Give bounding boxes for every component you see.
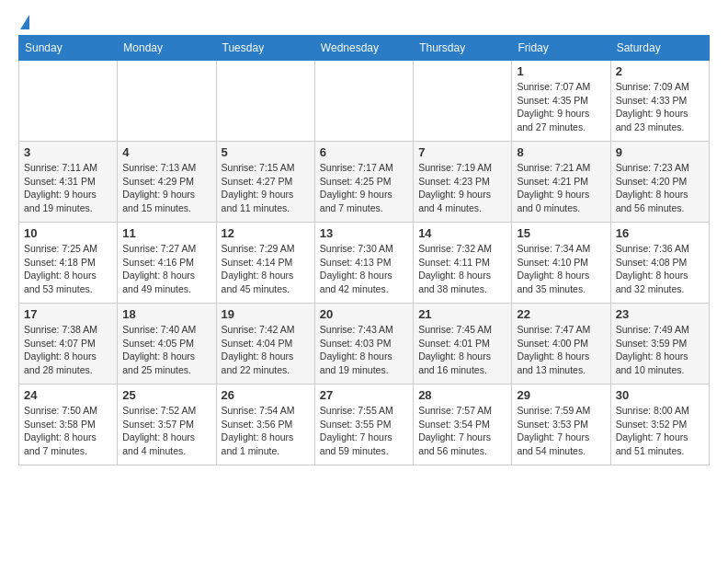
day-info: Sunrise: 7:34 AM Sunset: 4:10 PM Dayligh… bbox=[517, 242, 605, 296]
day-number: 27 bbox=[320, 388, 408, 402]
day-number: 10 bbox=[24, 226, 112, 240]
day-number: 15 bbox=[517, 226, 605, 240]
day-number: 20 bbox=[320, 307, 408, 321]
day-number: 21 bbox=[418, 307, 506, 321]
day-info: Sunrise: 7:32 AM Sunset: 4:11 PM Dayligh… bbox=[418, 242, 506, 296]
calendar-cell: 3Sunrise: 7:11 AM Sunset: 4:31 PM Daylig… bbox=[19, 142, 118, 223]
col-header-saturday: Saturday bbox=[610, 36, 709, 61]
calendar-cell: 15Sunrise: 7:34 AM Sunset: 4:10 PM Dayli… bbox=[512, 223, 610, 304]
calendar-cell: 13Sunrise: 7:30 AM Sunset: 4:13 PM Dayli… bbox=[314, 223, 413, 304]
calendar-cell: 4Sunrise: 7:13 AM Sunset: 4:29 PM Daylig… bbox=[118, 142, 216, 223]
day-number: 7 bbox=[418, 145, 506, 159]
calendar-table: SundayMondayTuesdayWednesdayThursdayFrid… bbox=[18, 35, 710, 465]
calendar-cell: 18Sunrise: 7:40 AM Sunset: 4:05 PM Dayli… bbox=[118, 304, 216, 385]
calendar-cell: 25Sunrise: 7:52 AM Sunset: 3:57 PM Dayli… bbox=[118, 385, 216, 465]
day-number: 9 bbox=[616, 145, 704, 159]
day-number: 25 bbox=[122, 388, 210, 402]
calendar-cell bbox=[19, 61, 118, 142]
calendar-week-row: 17Sunrise: 7:38 AM Sunset: 4:07 PM Dayli… bbox=[19, 304, 710, 385]
day-info: Sunrise: 7:38 AM Sunset: 4:07 PM Dayligh… bbox=[24, 323, 112, 377]
calendar-cell bbox=[314, 61, 413, 142]
calendar-cell: 10Sunrise: 7:25 AM Sunset: 4:18 PM Dayli… bbox=[19, 223, 118, 304]
day-info: Sunrise: 7:23 AM Sunset: 4:20 PM Dayligh… bbox=[616, 161, 704, 215]
calendar-cell: 16Sunrise: 7:36 AM Sunset: 4:08 PM Dayli… bbox=[610, 223, 709, 304]
day-info: Sunrise: 7:49 AM Sunset: 3:59 PM Dayligh… bbox=[616, 323, 704, 377]
day-number: 29 bbox=[517, 388, 605, 402]
day-info: Sunrise: 7:55 AM Sunset: 3:55 PM Dayligh… bbox=[320, 404, 408, 458]
col-header-wednesday: Wednesday bbox=[314, 36, 413, 61]
day-number: 5 bbox=[222, 145, 310, 159]
day-number: 22 bbox=[517, 307, 605, 321]
day-number: 8 bbox=[517, 145, 605, 159]
logo bbox=[18, 18, 29, 28]
col-header-friday: Friday bbox=[512, 36, 610, 61]
day-number: 30 bbox=[616, 388, 704, 402]
day-info: Sunrise: 7:45 AM Sunset: 4:01 PM Dayligh… bbox=[418, 323, 506, 377]
day-info: Sunrise: 7:11 AM Sunset: 4:31 PM Dayligh… bbox=[24, 161, 112, 215]
calendar-cell: 22Sunrise: 7:47 AM Sunset: 4:00 PM Dayli… bbox=[512, 304, 610, 385]
calendar-cell: 9Sunrise: 7:23 AM Sunset: 4:20 PM Daylig… bbox=[610, 142, 709, 223]
day-info: Sunrise: 7:09 AM Sunset: 4:33 PM Dayligh… bbox=[616, 80, 704, 134]
calendar-week-row: 1Sunrise: 7:07 AM Sunset: 4:35 PM Daylig… bbox=[19, 61, 710, 142]
col-header-sunday: Sunday bbox=[19, 36, 118, 61]
calendar-cell: 1Sunrise: 7:07 AM Sunset: 4:35 PM Daylig… bbox=[512, 61, 610, 142]
day-number: 6 bbox=[320, 145, 408, 159]
calendar-cell: 17Sunrise: 7:38 AM Sunset: 4:07 PM Dayli… bbox=[19, 304, 118, 385]
page-header bbox=[18, 15, 710, 28]
day-number: 16 bbox=[616, 226, 704, 240]
day-info: Sunrise: 7:30 AM Sunset: 4:13 PM Dayligh… bbox=[320, 242, 408, 296]
calendar-cell: 8Sunrise: 7:21 AM Sunset: 4:21 PM Daylig… bbox=[512, 142, 610, 223]
day-info: Sunrise: 7:07 AM Sunset: 4:35 PM Dayligh… bbox=[517, 80, 605, 134]
calendar-cell: 21Sunrise: 7:45 AM Sunset: 4:01 PM Dayli… bbox=[414, 304, 512, 385]
day-number: 11 bbox=[122, 226, 210, 240]
day-info: Sunrise: 7:17 AM Sunset: 4:25 PM Dayligh… bbox=[320, 161, 408, 215]
calendar-cell bbox=[118, 61, 216, 142]
calendar-week-row: 10Sunrise: 7:25 AM Sunset: 4:18 PM Dayli… bbox=[19, 223, 710, 304]
calendar-week-row: 24Sunrise: 7:50 AM Sunset: 3:58 PM Dayli… bbox=[19, 385, 710, 465]
calendar-cell: 7Sunrise: 7:19 AM Sunset: 4:23 PM Daylig… bbox=[414, 142, 512, 223]
day-number: 1 bbox=[517, 64, 605, 78]
day-number: 13 bbox=[320, 226, 408, 240]
calendar-cell: 30Sunrise: 8:00 AM Sunset: 3:52 PM Dayli… bbox=[610, 385, 709, 465]
calendar-cell: 19Sunrise: 7:42 AM Sunset: 4:04 PM Dayli… bbox=[216, 304, 314, 385]
day-number: 12 bbox=[222, 226, 310, 240]
day-info: Sunrise: 7:19 AM Sunset: 4:23 PM Dayligh… bbox=[418, 161, 506, 215]
calendar-cell: 27Sunrise: 7:55 AM Sunset: 3:55 PM Dayli… bbox=[314, 385, 413, 465]
day-number: 18 bbox=[122, 307, 210, 321]
day-info: Sunrise: 7:43 AM Sunset: 4:03 PM Dayligh… bbox=[320, 323, 408, 377]
day-number: 2 bbox=[616, 64, 704, 78]
day-info: Sunrise: 7:25 AM Sunset: 4:18 PM Dayligh… bbox=[24, 242, 112, 296]
day-info: Sunrise: 7:21 AM Sunset: 4:21 PM Dayligh… bbox=[517, 161, 605, 215]
day-info: Sunrise: 7:36 AM Sunset: 4:08 PM Dayligh… bbox=[616, 242, 704, 296]
day-number: 28 bbox=[418, 388, 506, 402]
day-info: Sunrise: 7:50 AM Sunset: 3:58 PM Dayligh… bbox=[24, 404, 112, 458]
day-number: 24 bbox=[24, 388, 112, 402]
day-number: 14 bbox=[418, 226, 506, 240]
calendar-cell: 6Sunrise: 7:17 AM Sunset: 4:25 PM Daylig… bbox=[314, 142, 413, 223]
calendar-cell: 26Sunrise: 7:54 AM Sunset: 3:56 PM Dayli… bbox=[216, 385, 314, 465]
day-info: Sunrise: 7:57 AM Sunset: 3:54 PM Dayligh… bbox=[418, 404, 506, 458]
col-header-tuesday: Tuesday bbox=[216, 36, 314, 61]
calendar-cell: 23Sunrise: 7:49 AM Sunset: 3:59 PM Dayli… bbox=[610, 304, 709, 385]
calendar-cell bbox=[414, 61, 512, 142]
day-info: Sunrise: 7:59 AM Sunset: 3:53 PM Dayligh… bbox=[517, 404, 605, 458]
day-info: Sunrise: 7:47 AM Sunset: 4:00 PM Dayligh… bbox=[517, 323, 605, 377]
day-number: 23 bbox=[616, 307, 704, 321]
day-info: Sunrise: 7:29 AM Sunset: 4:14 PM Dayligh… bbox=[222, 242, 310, 296]
calendar-cell: 12Sunrise: 7:29 AM Sunset: 4:14 PM Dayli… bbox=[216, 223, 314, 304]
logo-triangle-icon bbox=[20, 15, 29, 29]
day-number: 19 bbox=[222, 307, 310, 321]
calendar-cell: 2Sunrise: 7:09 AM Sunset: 4:33 PM Daylig… bbox=[610, 61, 709, 142]
day-info: Sunrise: 7:13 AM Sunset: 4:29 PM Dayligh… bbox=[122, 161, 210, 215]
calendar-cell: 29Sunrise: 7:59 AM Sunset: 3:53 PM Dayli… bbox=[512, 385, 610, 465]
calendar-cell: 14Sunrise: 7:32 AM Sunset: 4:11 PM Dayli… bbox=[414, 223, 512, 304]
day-number: 26 bbox=[222, 388, 310, 402]
calendar-cell: 20Sunrise: 7:43 AM Sunset: 4:03 PM Dayli… bbox=[314, 304, 413, 385]
day-info: Sunrise: 7:40 AM Sunset: 4:05 PM Dayligh… bbox=[122, 323, 210, 377]
col-header-monday: Monday bbox=[118, 36, 216, 61]
calendar-cell: 28Sunrise: 7:57 AM Sunset: 3:54 PM Dayli… bbox=[414, 385, 512, 465]
day-info: Sunrise: 7:52 AM Sunset: 3:57 PM Dayligh… bbox=[122, 404, 210, 458]
calendar-header-row: SundayMondayTuesdayWednesdayThursdayFrid… bbox=[19, 36, 710, 61]
calendar-cell bbox=[216, 61, 314, 142]
day-number: 3 bbox=[24, 145, 112, 159]
